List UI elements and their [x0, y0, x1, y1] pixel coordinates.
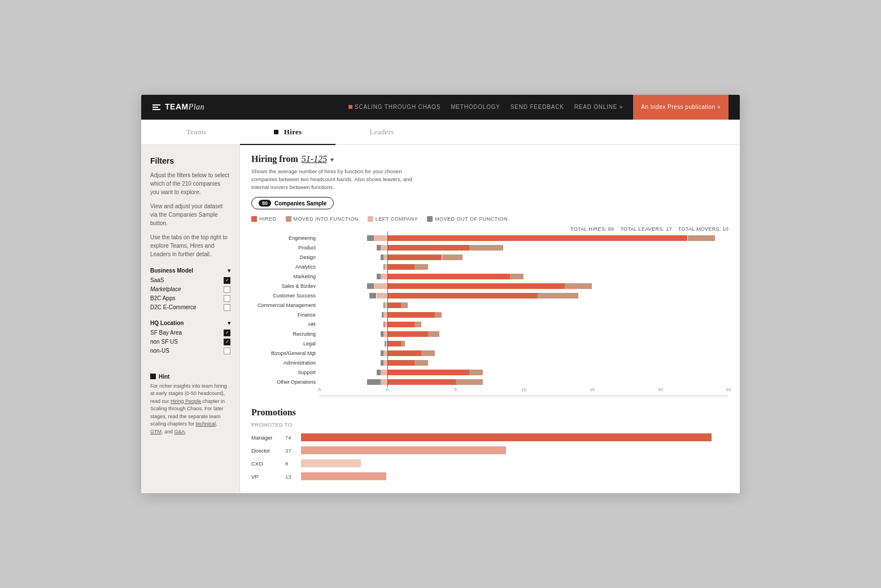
legend-moved-in: MOVED INTO FUNCTION	[286, 216, 359, 222]
chart-row-bars	[319, 330, 729, 338]
sidebar-desc-3: Use the tabs on the top right to explore…	[150, 233, 230, 258]
promo-count: 13	[285, 473, 301, 480]
checkbox-d2c[interactable]	[224, 304, 230, 311]
nav-feedback[interactable]: SEND FEEDBACK	[511, 104, 564, 110]
bar-hired	[387, 254, 442, 260]
axis-tick--5: -5	[317, 387, 321, 392]
chart-row-bars	[319, 273, 729, 280]
bar-hired	[387, 312, 435, 318]
nav-dot	[348, 105, 352, 109]
filter-business-model: Business Model ▾ SaaS Marketplace B2C Ap…	[150, 267, 230, 311]
promotions-section: Promotions PROMOTED TO: Manager74Directo…	[251, 407, 729, 481]
checkbox-sf[interactable]	[224, 330, 230, 336]
filter-saas[interactable]: SaaS	[150, 277, 230, 284]
promo-bar-container	[301, 459, 729, 467]
bar-left	[374, 235, 387, 241]
filter-d2c[interactable]: D2C E-Commerce	[150, 304, 230, 311]
chart-row: Sales & Bizdev	[251, 282, 729, 290]
filter-non-sf-us[interactable]: non SF US	[150, 339, 230, 345]
tabs-bar: Teams Hires Leaders	[141, 120, 740, 145]
sidebar: Filters Adjust the filters below to sele…	[141, 145, 240, 494]
bar-left	[381, 245, 387, 251]
bar-moved-in	[510, 274, 524, 279]
legend-moved-out: MOVED OUT OF FUNCTION	[427, 216, 508, 222]
bar-moved-out	[385, 341, 386, 346]
tab-teams[interactable]: Teams	[152, 120, 240, 144]
bar-hired	[387, 341, 401, 346]
chart-row-bars	[319, 301, 729, 309]
bar-moved-in	[415, 322, 421, 327]
bar-left	[383, 331, 387, 337]
filter-non-us[interactable]: non-US	[150, 348, 230, 354]
chart-axis: -50510152025	[251, 387, 729, 396]
chart-row-label: Analytics	[251, 264, 319, 270]
nav-methodology[interactable]: METHODOLOGY	[451, 104, 500, 110]
promo-count: 8	[285, 460, 301, 467]
chart-row-bars	[319, 349, 729, 357]
legend-moved-in-dot	[286, 216, 291, 222]
promo-row: CXO8	[251, 458, 729, 468]
filter-hq-header[interactable]: HQ Location ▾	[150, 320, 230, 326]
axis-line	[319, 396, 729, 396]
axis-tick-20: 20	[658, 387, 663, 392]
bar-moved-in	[469, 370, 483, 375]
nav-read-online[interactable]: READ ONLINE »	[574, 104, 623, 110]
promo-bar	[301, 446, 506, 454]
tab-hires[interactable]: Hires	[240, 120, 335, 144]
chart-row-label: Marketing	[251, 274, 319, 279]
chart-row: Other Operations	[251, 378, 729, 386]
chevron-down-icon: ▾	[228, 267, 230, 274]
promo-bar	[301, 433, 712, 441]
hint-icon	[150, 374, 156, 379]
checkbox-non-us[interactable]	[224, 348, 230, 354]
chart-rows: EngineeringProductDesignAnalyticsMarketi…	[251, 234, 729, 386]
bar-hired	[387, 360, 415, 366]
filter-sf[interactable]: SF Bay Area	[150, 330, 230, 336]
cta-button[interactable]: An Index Press publication »	[633, 95, 729, 120]
filter-b2c[interactable]: B2C Apps	[150, 295, 230, 302]
bar-moved-in	[415, 360, 428, 366]
sidebar-desc-1: Adjust the filters below to select which…	[150, 171, 230, 196]
checkbox-marketplace[interactable]	[224, 286, 230, 293]
promo-bar-container	[301, 433, 729, 441]
bar-moved-out	[377, 274, 381, 279]
main-layout: Filters Adjust the filters below to sele…	[141, 145, 740, 494]
legend-hired: HIRED	[251, 216, 277, 222]
checkbox-non-sf[interactable]	[224, 339, 230, 345]
filter-marketplace[interactable]: Marketplace	[150, 286, 230, 293]
checkbox-b2c[interactable]	[224, 295, 230, 302]
chart-row: Product	[251, 244, 729, 252]
bar-left	[381, 379, 387, 385]
bar-moved-in	[435, 312, 442, 318]
filter-business-model-header[interactable]: Business Model ▾	[150, 267, 230, 274]
chart-row-label: Administration	[251, 360, 319, 366]
nav-scaling[interactable]: SCALING THROUGH CHAOS	[348, 104, 440, 110]
promo-label: Manager	[251, 435, 285, 441]
hires-chart: EngineeringProductDesignAnalyticsMarketi…	[251, 234, 729, 396]
logo-icon	[152, 104, 160, 110]
chart-row: Legal	[251, 340, 729, 348]
bar-moved-in	[565, 283, 592, 289]
tab-active-dot	[274, 130, 278, 134]
promoted-to-label: PROMOTED TO:	[251, 422, 729, 428]
hint-text: For richer insights into team hiring at …	[150, 383, 230, 436]
chart-row-bars	[319, 263, 729, 271]
legend-hired-dot	[251, 216, 257, 222]
checkbox-saas[interactable]	[224, 277, 230, 284]
bar-hired	[387, 264, 415, 270]
bar-moved-in	[688, 235, 715, 241]
chevron-down-range-icon[interactable]: ▾	[330, 156, 334, 164]
header-nav: SCALING THROUGH CHAOS METHODOLOGY SEND F…	[348, 104, 623, 110]
axis-tick-0: 0	[386, 387, 389, 392]
bar-hired	[387, 245, 469, 251]
companies-sample-button[interactable]: 80 Companies Sample	[251, 197, 334, 209]
axis-tick-5: 5	[454, 387, 456, 392]
bar-hired	[387, 283, 565, 289]
chart-row-label: Customer Success	[251, 293, 319, 299]
bar-hired	[387, 350, 421, 356]
chart-row-bars	[319, 378, 729, 386]
totals-row: TOTAL HIRES: 89 TOTAL LEAVERS: 17 TOTAL …	[251, 226, 729, 232]
tab-leaders[interactable]: Leaders	[335, 120, 428, 144]
hiring-range[interactable]: 51-125	[302, 154, 327, 164]
bar-moved-out	[381, 360, 383, 366]
